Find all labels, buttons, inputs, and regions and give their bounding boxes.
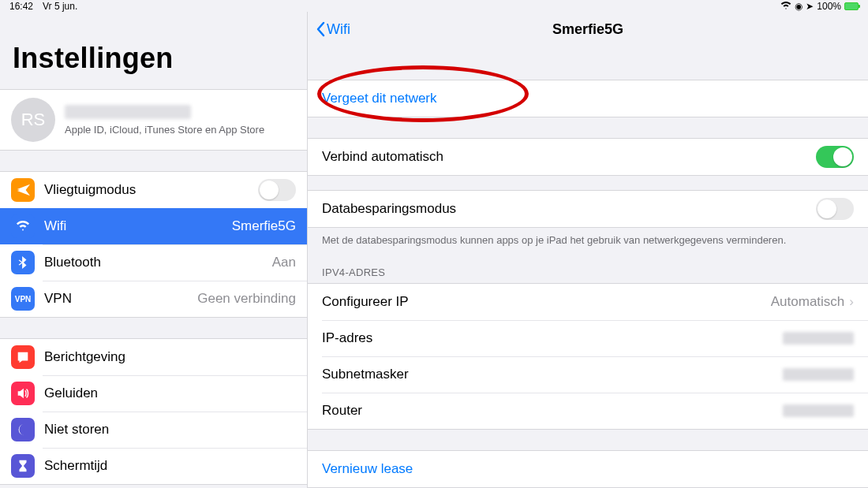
hourglass-icon [11, 454, 35, 478]
ip-address-value-redacted [783, 332, 854, 345]
low-data-toggle[interactable] [816, 198, 854, 220]
configure-ip-value: Automatisch [771, 294, 845, 310]
battery-icon [844, 2, 859, 10]
subnet-row: Subnetmasker [308, 356, 868, 393]
sidebar-item-vliegtuigmodus[interactable]: Vliegtuigmodus [0, 172, 307, 208]
sidebar-item-label: Bluetooth [44, 255, 272, 270]
moon-icon [11, 418, 35, 441]
connectivity-group: VliegtuigmodusWifiSmerfie5GBluetoothAanV… [0, 171, 307, 318]
back-button[interactable]: Wifi [316, 21, 350, 38]
forget-section: Vergeet dit netwerk [308, 80, 868, 117]
notifications-group: BerichtgevingGeluidenNiet storenSchermti… [0, 338, 307, 485]
sound-icon [11, 382, 35, 405]
apple-id-row[interactable]: RS Apple ID, iCloud, iTunes Store en App… [0, 89, 307, 151]
status-date: Vr 5 jun. [43, 1, 77, 12]
status-time: 16:42 [9, 1, 33, 12]
sidebar-item-label: VPN [44, 291, 197, 307]
detail-title: Smerfie5G [308, 21, 868, 38]
forget-network-label: Vergeet dit netwerk [322, 91, 437, 106]
renew-section: Vernieuw lease [308, 450, 868, 488]
avatar: RS [11, 98, 55, 142]
sidebar-item-label: Geluiden [44, 386, 296, 401]
wifi-icon [780, 0, 791, 12]
renew-lease-label: Vernieuw lease [322, 461, 413, 477]
low-data-row[interactable]: Databesparingsmodus [308, 191, 868, 227]
auto-join-section: Verbind automatisch [308, 138, 868, 176]
router-label: Router [322, 403, 783, 419]
forget-network-button[interactable]: Vergeet dit netwerk [308, 80, 868, 117]
bluetooth-icon [11, 251, 35, 274]
sidebar-item-label: Vliegtuigmodus [44, 182, 258, 198]
sidebar-item-berichtgeving[interactable]: Berichtgeving [0, 339, 307, 375]
sidebar-item-label: Wifi [44, 218, 232, 234]
chevron-left-icon [316, 21, 325, 37]
sidebar-item-value: Smerfie5G [232, 218, 296, 234]
subnet-label: Subnetmasker [322, 367, 783, 382]
low-data-section: Databesparingsmodus [308, 190, 868, 228]
auto-join-label: Verbind automatisch [322, 149, 816, 165]
ip-address-label: IP-adres [322, 330, 783, 346]
wifi-icon [11, 214, 35, 238]
vpn-icon: VPN [11, 287, 35, 311]
sidebar-item-schermtijd[interactable]: Schermtijd [0, 448, 307, 484]
chevron-right-icon: › [849, 294, 854, 310]
sidebar-item-vpn[interactable]: VPNVPNGeen verbinding [0, 281, 307, 317]
sidebar-item-wifi[interactable]: WifiSmerfie5G [0, 208, 307, 244]
sidebar-item-niet-storen[interactable]: Niet storen [0, 412, 307, 448]
sidebar-item-label: Niet storen [44, 422, 296, 438]
sidebar-item-bluetooth[interactable]: BluetoothAan [0, 244, 307, 281]
account-subtitle: Apple ID, iCloud, iTunes Store en App St… [65, 124, 264, 136]
alarm-icon: ◉ [795, 1, 803, 12]
auto-join-toggle[interactable] [816, 146, 854, 168]
low-data-label: Databesparingsmodus [322, 201, 816, 217]
renew-lease-button[interactable]: Vernieuw lease [308, 451, 868, 487]
configure-ip-row[interactable]: Configureer IP Automatisch › [308, 284, 868, 320]
ipv4-header: IPV4-ADRES [308, 252, 868, 283]
settings-title: Instellingen [0, 12, 307, 89]
location-icon: ➤ [806, 1, 814, 12]
low-data-footer: Met de databesparingsmodus kunnen apps o… [308, 228, 868, 252]
sidebar-item-value: Aan [272, 255, 296, 270]
back-label: Wifi [327, 21, 350, 38]
detail-header: Wifi Smerfie5G [308, 12, 868, 47]
configure-ip-label: Configureer IP [322, 294, 771, 310]
ipv4-section: Configureer IP Automatisch › IP-adres Su… [308, 283, 868, 430]
ip-address-row: IP-adres [308, 320, 868, 356]
auto-join-row[interactable]: Verbind automatisch [308, 139, 868, 175]
settings-sidebar: Instellingen RS Apple ID, iCloud, iTunes… [0, 12, 308, 488]
sidebar-item-geluiden[interactable]: Geluiden [0, 375, 307, 412]
sidebar-item-value: Geen verbinding [197, 291, 296, 307]
notification-icon [11, 345, 35, 369]
battery-percent: 100% [817, 1, 841, 12]
subnet-value-redacted [783, 368, 854, 381]
router-row: Router [308, 393, 868, 429]
wifi-detail-pane: Wifi Smerfie5G Vergeet dit netwerk Verbi… [308, 12, 868, 488]
sidebar-item-label: Berichtgeving [44, 349, 296, 365]
account-name-redacted [65, 105, 191, 119]
status-bar: 16:42 Vr 5 jun. ◉ ➤ 100% [0, 0, 868, 12]
airplane-icon [11, 178, 35, 202]
vliegtuigmodus-toggle[interactable] [258, 179, 296, 201]
sidebar-item-label: Schermtijd [44, 458, 296, 474]
router-value-redacted [783, 404, 854, 417]
